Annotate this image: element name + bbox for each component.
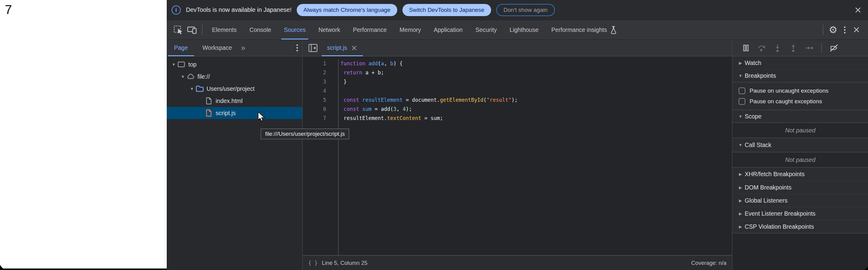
file-icon [205,97,213,105]
deactivate-breakpoints-icon[interactable] [827,41,841,55]
editor-statusbar: { } Line 5, Column 25 Coverage: n/a [303,255,732,270]
devtools-close-icon[interactable] [850,23,863,36]
tab-performance[interactable]: Performance [346,20,393,39]
triangle-down-icon[interactable]: ▼ [189,87,195,91]
more-tabs-icon[interactable]: » [239,43,247,52]
tab-elements[interactable]: Elements [206,20,243,39]
pause-caught-row[interactable]: Pause on caught exceptions [733,96,868,107]
dont-show-again-button[interactable]: Don't show again [496,4,555,16]
section-breakpoints[interactable]: ▼ Breakpoints [733,69,868,82]
main-toolbar: Elements Console Sources Network Perform… [167,20,868,40]
bottom-edge-strip [0,268,167,270]
inspect-element-icon[interactable] [172,23,185,36]
always-match-language-button[interactable]: Always match Chrome's language [297,4,397,16]
pause-uncaught-row[interactable]: Pause on uncaught exceptions [733,85,868,96]
switch-to-japanese-button[interactable]: Switch DevTools to Japanese [402,4,491,16]
step-icon[interactable] [802,41,816,55]
file-tree: ▼ top ▼ file:// ▼ [167,57,302,119]
code-line: const sum = add(3, 4); [340,104,732,114]
triangle-right-icon: ▶ [736,211,745,216]
editor-pane: script.js 1 2 3 4 5 6 7 function add(a, … [303,40,732,270]
navigator-sidebar: Page Workspace » ▼ top ▼ [167,40,303,270]
triangle-right-icon: ▶ [736,185,745,190]
debugger-toolbar-divider [821,43,822,53]
section-event-listener-breakpoints[interactable]: ▶ Event Listener Breakpoints [733,207,868,220]
code-lines[interactable]: function add(a, b) { return a + b; } con… [339,59,732,255]
coverage-label: Coverage: n/a [691,260,726,266]
triangle-down-icon: ▼ [736,143,745,147]
tab-memory[interactable]: Memory [393,20,427,39]
file-path-tooltip: file:///Users/user/project/script.js [260,128,349,140]
triangle-down-icon[interactable]: ▼ [170,62,177,67]
bottom-left-cursor-fragment [0,265,7,270]
page-number: 7 [5,2,12,17]
navigator-tab-page[interactable]: Page [167,39,195,56]
folder-icon [195,84,204,93]
cursor-position-label: Line 5, Column 25 [322,260,368,266]
language-infobar: i DevTools is now available in Japanese!… [167,0,868,20]
triangle-down-icon: ▼ [736,73,745,78]
editor-tabbar: script.js [303,40,732,57]
info-icon: i [172,5,181,14]
triangle-right-icon: ▶ [736,224,745,229]
tab-lighthouse[interactable]: Lighthouse [503,20,545,39]
toolbar-divider [202,25,203,35]
screenshot-root: { "page": { "number": "7" }, "icons": { … [0,0,868,270]
tab-security[interactable]: Security [469,20,503,39]
navigator-kebab-menu-icon[interactable] [292,44,302,51]
step-into-icon[interactable] [771,41,784,55]
file-js-icon [205,109,213,117]
triangle-right-icon: ▶ [736,198,745,203]
navigator-tabbar: Page Workspace » [167,40,302,57]
scope-not-paused: Not paused [733,122,868,138]
line-number-gutter[interactable]: 1 2 3 4 5 6 7 [303,59,339,255]
tab-console[interactable]: Console [243,20,278,39]
step-over-icon[interactable] [755,41,768,55]
triangle-right-icon: ▶ [736,61,745,65]
section-csp-violation-breakpoints[interactable]: ▶ CSP Violation Breakpoints [733,220,868,233]
tree-item-script-js[interactable]: script.js [167,107,302,119]
kebab-menu-icon[interactable] [840,26,850,33]
section-scope[interactable]: ▼ Scope [733,110,868,122]
triangle-down-icon: ▼ [736,114,745,119]
settings-gear-icon[interactable]: ⚙ [827,23,840,36]
code-line: resultElement.textContent = sum; [340,114,732,123]
infobar-message: DevTools is now available in Japanese! [186,6,291,13]
infobar-close-icon[interactable] [854,6,862,14]
sources-panel-content: Page Workspace » ▼ top ▼ [167,40,868,270]
frame-icon [177,60,186,69]
tree-item-file-protocol[interactable]: ▼ file:// [167,70,302,83]
debugger-toolbar [733,40,868,57]
section-dom-breakpoints[interactable]: ▶ DOM Breakpoints [733,181,868,194]
section-call-stack[interactable]: ▼ Call Stack [733,138,868,152]
tab-performance-insights[interactable]: Performance insights [545,20,623,39]
tab-network[interactable]: Network [312,20,346,39]
tab-close-icon[interactable] [351,44,358,51]
tree-item-index-html[interactable]: index.html [167,95,302,107]
tree-item-project-folder[interactable]: ▼ Users/user/project [167,83,302,95]
hide-navigator-icon[interactable] [305,41,321,55]
toolbar-divider-right [823,25,824,35]
experiment-flask-icon [610,26,617,34]
navigator-tab-workspace[interactable]: Workspace [195,39,239,56]
breakpoints-body: Pause on uncaught exceptions Pause on ca… [733,82,868,110]
tab-sources[interactable]: Sources [278,20,312,39]
code-line: function add(a, b) { [340,59,732,68]
pretty-print-icon[interactable]: { } [308,260,318,266]
triangle-down-icon[interactable]: ▼ [180,74,186,79]
section-xhr-breakpoints[interactable]: ▶ XHR/fetch Breakpoints [733,168,868,181]
code-line [340,86,732,95]
pause-uncaught-checkbox[interactable] [739,87,745,94]
section-global-listeners[interactable]: ▶ Global Listeners [733,194,868,207]
code-editor[interactable]: 1 2 3 4 5 6 7 function add(a, b) { retur… [303,57,732,255]
tab-application[interactable]: Application [427,20,469,39]
section-watch[interactable]: ▶ Watch [733,57,868,69]
step-out-icon[interactable] [786,41,800,55]
pause-caught-checkbox[interactable] [739,98,745,105]
tree-item-top[interactable]: ▼ top [167,58,302,70]
editor-tab-script-js[interactable]: script.js [321,39,364,56]
code-line: const resultElement = document.getElemen… [340,95,732,104]
debugger-sidebar: ▶ Watch ▼ Breakpoints Pause on uncaught … [732,40,868,270]
pause-script-icon[interactable] [739,41,752,55]
device-toolbar-icon[interactable] [185,23,199,36]
